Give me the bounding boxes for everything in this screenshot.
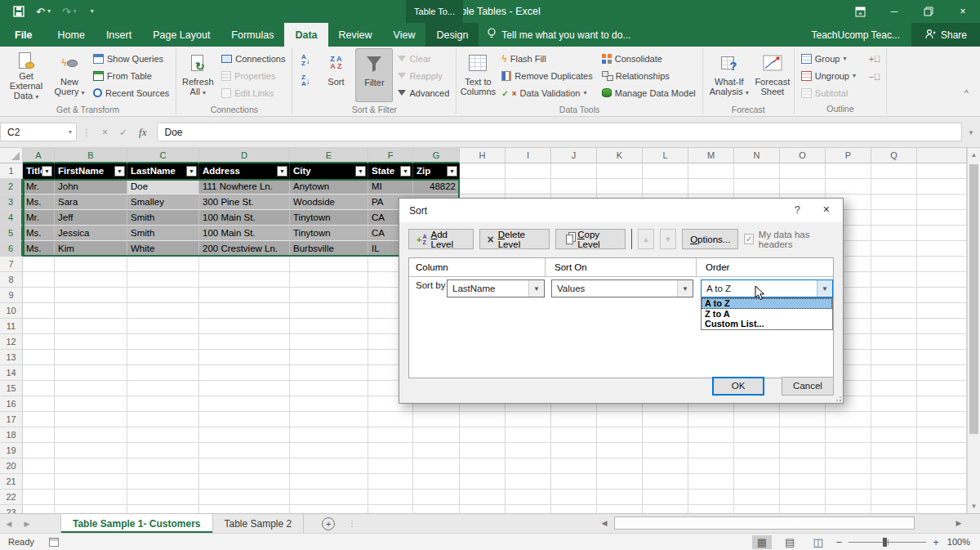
- ribbon-tab-design[interactable]: Design: [425, 23, 479, 47]
- edit-links-button[interactable]: Edit Links: [217, 84, 289, 101]
- table-cell-r2c2[interactable]: John: [55, 179, 127, 195]
- sheet-tab-table-sample-2[interactable]: Table Sample 2: [213, 514, 305, 533]
- page-layout-view-icon[interactable]: ▤: [780, 535, 800, 549]
- combo-chevron-icon[interactable]: ▼: [528, 280, 544, 297]
- insert-function-icon[interactable]: fx: [139, 126, 146, 139]
- vertical-scroll-thumb[interactable]: [969, 164, 978, 434]
- filter-button[interactable]: Filter: [355, 48, 393, 102]
- save-icon[interactable]: [13, 6, 24, 17]
- remove-duplicates-button[interactable]: Remove Duplicates: [497, 67, 596, 84]
- zoom-in-icon[interactable]: +: [933, 536, 939, 548]
- column-header-I[interactable]: I: [506, 148, 551, 163]
- column-header-B[interactable]: B: [55, 148, 127, 163]
- table-cell-r6c2[interactable]: Kim: [55, 241, 127, 257]
- restore-button[interactable]: [911, 0, 946, 23]
- ok-button[interactable]: OK: [712, 377, 764, 396]
- dialog-close-icon[interactable]: ×: [823, 203, 830, 216]
- expand-formula-bar-icon[interactable]: ▾: [962, 128, 980, 136]
- column-header-M[interactable]: M: [688, 148, 734, 163]
- sort-button[interactable]: Z AA Z Sort: [317, 48, 354, 102]
- row-header-13[interactable]: 13: [0, 350, 23, 365]
- share-button[interactable]: Share: [911, 23, 980, 47]
- zoom-slider[interactable]: − +: [836, 536, 939, 548]
- row-header-5[interactable]: 5: [0, 226, 23, 241]
- dialog-help-icon[interactable]: ?: [795, 203, 800, 216]
- ungroup-button[interactable]: Ungroup ▾: [797, 67, 860, 84]
- column-header-G[interactable]: G: [413, 148, 460, 163]
- undo-button[interactable]: ↶▾: [36, 7, 51, 17]
- select-all-corner[interactable]: [0, 148, 23, 163]
- hide-detail-button[interactable]: −⃞: [866, 68, 884, 86]
- sort-on-combobox[interactable]: Values▼: [551, 279, 693, 297]
- ribbon-tab-formulas[interactable]: Formulas: [220, 23, 284, 47]
- filter-dropdown-icon-address[interactable]: ▼: [277, 166, 287, 177]
- table-cell-r2c4[interactable]: 111 Nowhere Ln.: [199, 179, 290, 195]
- column-header-D[interactable]: D: [199, 148, 290, 163]
- filter-dropdown-icon-firstname[interactable]: ▼: [114, 166, 125, 177]
- table-cell-r4c1[interactable]: Mr.: [23, 210, 55, 226]
- row-header-10[interactable]: 10: [0, 303, 23, 319]
- filter-dropdown-icon-title[interactable]: ▼: [42, 166, 52, 177]
- ribbon-tab-page-layout[interactable]: Page Layout: [142, 23, 220, 47]
- column-header-O[interactable]: O: [780, 148, 826, 163]
- table-cell-r2c5[interactable]: Anytown: [290, 179, 368, 195]
- subtotal-button[interactable]: Subtotal: [797, 84, 860, 101]
- ribbon-tab-review[interactable]: Review: [328, 23, 383, 47]
- column-header-A[interactable]: A: [23, 148, 55, 163]
- row-header-16[interactable]: 16: [0, 396, 23, 412]
- consolidate-button[interactable]: Consolidate: [598, 50, 700, 67]
- table-cell-r4c3[interactable]: Smith: [127, 210, 199, 226]
- table-cell-r4c5[interactable]: Tinytown: [290, 210, 368, 226]
- normal-view-icon[interactable]: ▦: [752, 535, 772, 549]
- confirm-entry-icon[interactable]: ✓: [119, 127, 127, 138]
- advanced-filter-button[interactable]: Advanced: [394, 84, 453, 101]
- table-cell-r5c1[interactable]: Ms.: [23, 226, 55, 241]
- filter-dropdown-icon-state[interactable]: ▼: [400, 166, 411, 177]
- sheet-tab-table-sample-1-customers[interactable]: Table Sample 1- Customers: [60, 514, 213, 533]
- row-header-23[interactable]: 23: [0, 505, 23, 513]
- scroll-left-icon[interactable]: ◀: [596, 519, 612, 527]
- row-header-4[interactable]: 4: [0, 210, 23, 226]
- horizontal-scrollbar[interactable]: ◀ ▶: [596, 514, 967, 532]
- page-break-view-icon[interactable]: ◫: [808, 535, 827, 549]
- show-detail-button[interactable]: +⃞: [866, 50, 884, 68]
- column-header-partial[interactable]: [917, 148, 967, 163]
- horizontal-scroll-thumb[interactable]: [614, 516, 915, 530]
- sort-za-button[interactable]: [296, 72, 314, 90]
- connections-button[interactable]: Connections: [217, 50, 289, 67]
- table-cell-r3c5[interactable]: Woodside: [290, 195, 368, 210]
- my-data-has-headers-checkbox[interactable]: ✓ My data has headers: [744, 230, 834, 249]
- move-level-up-button[interactable]: ▲: [638, 229, 654, 249]
- ribbon-tab-file[interactable]: File: [0, 23, 47, 47]
- table-cell-r5c3[interactable]: Smith: [127, 226, 199, 241]
- flash-fill-button[interactable]: Flash Fill: [497, 50, 596, 67]
- table-cell-r5c5[interactable]: Tinytown: [290, 226, 368, 241]
- order-option-a-to-z[interactable]: A to Z: [702, 298, 832, 309]
- properties-button[interactable]: Properties: [217, 67, 289, 84]
- column-header-K[interactable]: K: [597, 148, 643, 163]
- dialog-resize-grip[interactable]: [834, 394, 841, 401]
- manage-data-model-button[interactable]: Manage Data Model: [598, 84, 700, 101]
- row-header-9[interactable]: 9: [0, 288, 23, 303]
- table-cell-r4c2[interactable]: Jeff: [55, 210, 127, 226]
- row-header-20[interactable]: 20: [0, 458, 23, 474]
- tabbar-splitter-icon[interactable]: ⋮: [348, 514, 356, 533]
- table-cell-r5c2[interactable]: Jessica: [55, 226, 127, 241]
- minimize-button[interactable]: ─: [877, 0, 911, 23]
- row-header-14[interactable]: 14: [0, 365, 23, 381]
- from-table-button[interactable]: From Table: [89, 67, 173, 84]
- row-header-2[interactable]: 2: [0, 179, 23, 195]
- table-cell-r3c2[interactable]: Sara: [55, 195, 127, 210]
- column-header-H[interactable]: H: [460, 148, 506, 163]
- ribbon-tab-insert[interactable]: Insert: [96, 23, 142, 47]
- cancel-entry-icon[interactable]: ×: [102, 127, 108, 138]
- filter-dropdown-icon-zip[interactable]: ▼: [447, 166, 457, 177]
- combo-chevron-icon[interactable]: ▼: [817, 280, 832, 297]
- filter-dropdown-icon-city[interactable]: ▼: [355, 166, 366, 177]
- table-cell-r3c3[interactable]: Smalley: [127, 195, 199, 210]
- redo-button[interactable]: ↷▾: [62, 7, 77, 17]
- reapply-button[interactable]: Reapply: [394, 67, 453, 84]
- row-header-7[interactable]: 7: [0, 257, 23, 272]
- name-box-dropdown-icon[interactable]: ▾: [69, 128, 72, 136]
- refresh-all-button[interactable]: Refresh All ▾: [179, 48, 216, 102]
